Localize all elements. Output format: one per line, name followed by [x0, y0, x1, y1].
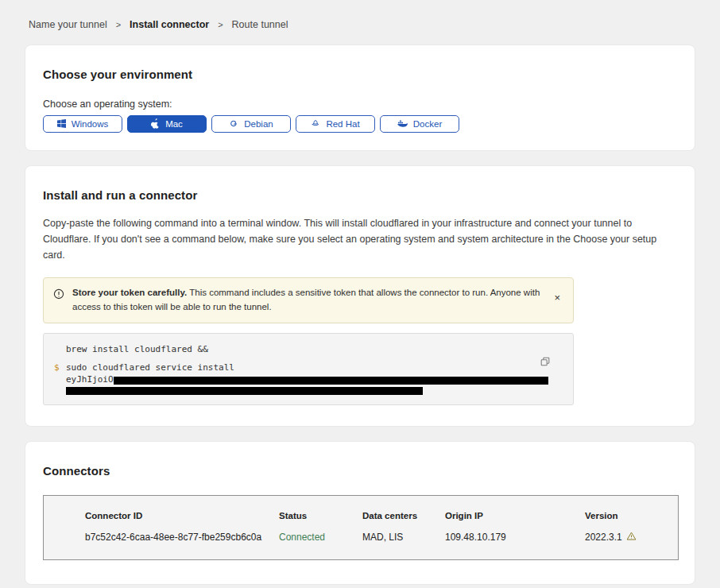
card-title: Install and run a connector	[43, 188, 677, 202]
breadcrumb-step-name-your-tunnel[interactable]: Name your tunnel	[29, 19, 107, 30]
docker-icon	[397, 119, 408, 130]
code-text: sudo cloudflared service install	[66, 362, 234, 374]
breadcrumb-separator: >	[116, 20, 121, 29]
apple-icon	[151, 118, 160, 130]
os-button-mac[interactable]: Mac	[127, 115, 207, 133]
connectors-table: Connector ID Status Data centers Origin …	[43, 495, 679, 560]
code-line-token: eyJhIjoiO	[54, 374, 562, 386]
os-button-debian[interactable]: Debian	[211, 115, 291, 133]
connectors-table-header: Connector ID Status Data centers Origin …	[85, 511, 662, 520]
os-button-windows[interactable]: Windows	[43, 115, 122, 133]
breadcrumb: Name your tunnel > Install connector > R…	[25, 0, 695, 30]
redhat-icon	[311, 118, 320, 130]
column-header-version: Version	[585, 511, 662, 520]
code-line-1: brew install cloudflared &&	[54, 344, 562, 356]
status-badge: Connected	[279, 532, 362, 543]
install-description: Copy-paste the following command into a …	[43, 215, 675, 263]
breadcrumb-step-route-tunnel[interactable]: Route tunnel	[232, 19, 288, 30]
os-button-label: Windows	[72, 119, 109, 129]
card-title: Choose your environment	[43, 68, 677, 81]
token-text: eyJhIjoiO	[66, 374, 548, 386]
install-command-codeblock: brew install cloudflared && $ sudo cloud…	[43, 333, 574, 406]
page: Name your tunnel > Install connector > R…	[0, 0, 720, 588]
origin-ip-cell: 109.48.10.179	[445, 532, 585, 543]
choose-environment-card: Choose your environment Choose an operat…	[25, 44, 695, 151]
alert-bold-text: Store your token carefully.	[72, 288, 187, 297]
code-text: brew install cloudflared &&	[66, 344, 208, 356]
column-header-connector-id: Connector ID	[85, 511, 279, 520]
redaction-bar	[66, 387, 423, 395]
connector-id-cell: b7c52c42-6caa-48ee-8c77-fbe259cb6c0a	[85, 532, 279, 543]
copy-icon[interactable]	[538, 354, 552, 371]
install-connector-card: Install and run a connector Copy-paste t…	[25, 165, 695, 427]
os-button-label: Docker	[413, 119, 442, 129]
breadcrumb-step-install-connector[interactable]: Install connector	[130, 19, 209, 30]
card-title: Connectors	[43, 464, 677, 478]
shell-prompt: $	[54, 362, 66, 374]
redaction-bar	[114, 377, 548, 385]
alert-text: Store your token carefully. This command…	[72, 286, 543, 315]
warning-triangle-icon	[626, 531, 637, 544]
os-button-redhat[interactable]: Red Hat	[296, 115, 375, 133]
data-centers-cell: MAD, LIS	[362, 532, 445, 543]
table-row: b7c52c42-6caa-48ee-8c77-fbe259cb6c0a Con…	[85, 531, 662, 544]
os-select-label: Choose an operating system:	[43, 99, 677, 110]
os-button-label: Debian	[244, 119, 273, 129]
os-button-label: Mac	[165, 119, 183, 129]
code-line-2: $ sudo cloudflared service install	[54, 362, 562, 374]
breadcrumb-separator: >	[218, 20, 223, 29]
os-button-docker[interactable]: Docker	[380, 115, 459, 133]
os-button-group: Windows Mac Debian Red Hat	[43, 115, 677, 133]
column-header-origin-ip: Origin IP	[445, 511, 585, 520]
connectors-card: Connectors Connector ID Status Data cent…	[25, 441, 695, 585]
version-cell: 2022.3.1	[585, 531, 662, 544]
os-button-label: Red Hat	[326, 119, 359, 129]
close-icon[interactable]: ×	[551, 291, 563, 304]
token-warning-alert: Store your token carefully. This command…	[43, 277, 574, 323]
debian-icon	[229, 118, 238, 130]
column-header-status: Status	[279, 511, 362, 520]
windows-icon	[57, 119, 66, 130]
alert-circle-icon	[53, 288, 64, 303]
column-header-data-centers: Data centers	[362, 511, 445, 520]
